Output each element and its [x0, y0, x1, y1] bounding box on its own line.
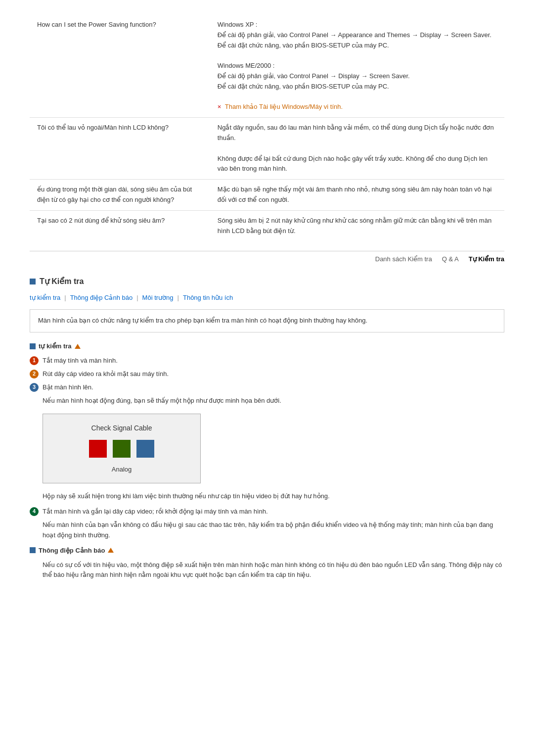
step-4-number: 4	[30, 507, 39, 516]
windows-reference-link[interactable]: Tham khảo Tài liệu Windows/Máy vi tính.	[225, 103, 343, 110]
step-3: 3 Bật màn hình lên.	[30, 382, 504, 393]
sub-nav: tự kiểm tra | Thông điệp Cảnh báo | Môi …	[30, 294, 504, 301]
step-2-number: 2	[30, 370, 39, 378]
color-square-red	[89, 440, 107, 458]
color-squares	[89, 440, 154, 458]
sub-nav-tu-kiem-tra[interactable]: tự kiểm tra	[30, 294, 60, 301]
faq-answer-1: Windows XP : Để cài độ phân giải, vào Co…	[210, 15, 504, 118]
nav-tu-kiem-tra[interactable]: Tự Kiểm tra	[469, 255, 504, 263]
section-icon	[30, 279, 36, 284]
faq-answer-3: Mặc dù bạn sẽ nghe thấy một vài âm thanh…	[210, 180, 504, 211]
color-square-green	[113, 440, 131, 458]
faq-question-4: Tại sao có 2 nút dùng để khử sóng siêu â…	[30, 210, 210, 241]
section-title: Tự Kiểm tra	[40, 277, 84, 286]
step-1-number: 1	[30, 356, 39, 365]
step-3-number: 3	[30, 383, 39, 392]
step-3-text: Bật màn hình lên.	[43, 382, 93, 393]
step-2-text: Rút dây cáp video ra khỏi mặt sau máy tí…	[43, 369, 169, 379]
sub-nav-moi-truong[interactable]: Môi trường	[142, 294, 174, 301]
nav-bar: Danh sách Kiểm tra Q & A Tự Kiểm tra	[30, 251, 504, 267]
warning-icon	[30, 547, 36, 553]
faq-question-1: How can I set the Power Saving function?	[30, 15, 210, 118]
step-1-text: Tắt máy tính và màn hình.	[43, 356, 118, 366]
step-2: 2 Rút dây cáp video ra khỏi mặt sau máy …	[30, 369, 504, 379]
step-4-subtext: Nếu màn hình của bạn vẫn không có đầu hi…	[43, 520, 504, 541]
step-1: 1 Tắt máy tính và màn hình.	[30, 356, 504, 366]
step-3-note: Hộp này sẽ xuất hiện trong khi làm việc …	[43, 491, 504, 502]
sub-nav-thong-diep[interactable]: Thông điệp Cảnh báo	[70, 294, 133, 301]
faq-question-3: ếu dùng trong một thời gian dài, sóng si…	[30, 180, 210, 211]
faq-answer-2: Ngắt dây nguồn, sau đó lau màn hình bằng…	[210, 118, 504, 180]
warning-label: Thông điệp Cảnh báo	[39, 547, 105, 554]
step-3-subtext: Nếu màn hình hoạt động đúng, bạn sẽ thấy…	[43, 396, 504, 406]
color-square-blue	[136, 440, 154, 458]
step-4: 4 Tắt màn hình và gắn lại dây cáp video;…	[30, 507, 504, 517]
sub-section-icon	[30, 343, 36, 349]
warning-description: Nếu có sự cố với tín hiệu vào, một thông…	[43, 560, 504, 581]
signal-cable-box: Check Signal Cable Analog	[43, 414, 201, 483]
signal-cable-analog: Analog	[112, 466, 132, 473]
signal-cable-title: Check Signal Cable	[91, 424, 152, 432]
warning-triangle-icon	[108, 548, 114, 553]
triangle-icon	[75, 344, 81, 349]
step-4-text: Tắt màn hình và gắn lại dây cáp video; r…	[43, 507, 268, 517]
nav-qa[interactable]: Q & A	[442, 255, 459, 263]
warning-section-header: Thông điệp Cảnh báo	[30, 547, 504, 554]
description-box: Màn hình của bạn có chức năng tự kiểm tr…	[30, 309, 504, 332]
sub-section-header: tự kiểm tra	[30, 342, 504, 350]
nav-danh-sach[interactable]: Danh sách Kiểm tra	[375, 255, 432, 263]
section-header: Tự Kiểm tra	[30, 277, 504, 286]
description-text: Màn hình của bạn có chức năng tự kiểm tr…	[38, 317, 367, 324]
sub-section-label: tự kiểm tra	[39, 342, 72, 350]
faq-table: How can I set the Power Saving function?…	[30, 15, 504, 241]
sub-nav-thong-tin[interactable]: Thông tin hữu ích	[183, 294, 233, 301]
faq-question-2: Tôi có thể lau vỏ ngoài/Màn hình LCD khô…	[30, 118, 210, 180]
faq-answer-4: Sóng siêu âm bị 2 nút này khử cũng như k…	[210, 210, 504, 241]
